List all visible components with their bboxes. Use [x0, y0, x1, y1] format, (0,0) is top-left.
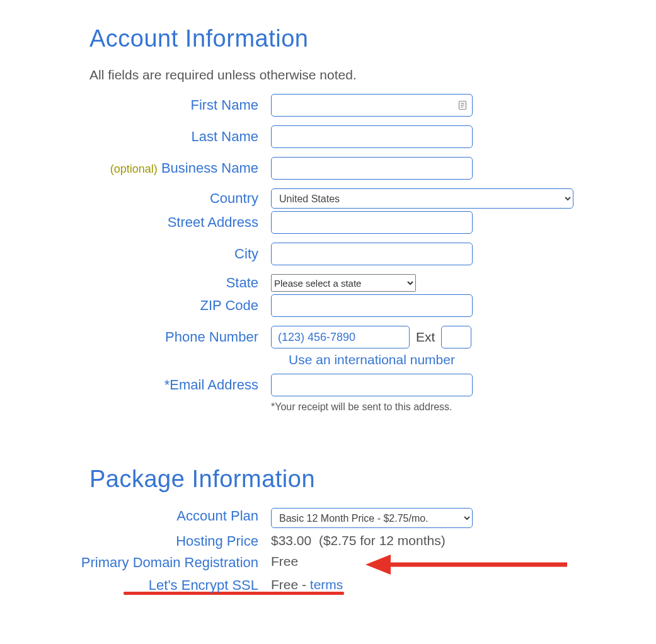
email-input[interactable] [271, 374, 473, 396]
annotation-arrow-icon [365, 552, 567, 577]
business-name-label: Business Name [161, 160, 258, 176]
phone-label: Phone Number [32, 330, 271, 345]
email-label: *Email Address [32, 377, 271, 393]
lets-encrypt-ssl-label: Let's Encrypt SSL [32, 577, 271, 593]
zip-input[interactable] [271, 294, 473, 317]
account-plan-label: Account Plan [32, 508, 271, 524]
svg-marker-5 [365, 555, 391, 575]
street-address-input[interactable] [271, 211, 473, 234]
state-label: State [32, 275, 271, 290]
hosting-price-value: $33.00 ($2.75 for 12 months) [271, 533, 446, 548]
city-label: City [32, 246, 271, 262]
hosting-price-label: Hosting Price [32, 533, 271, 549]
ext-label: Ext [416, 330, 435, 345]
account-info-heading: Account Information [32, 25, 624, 52]
package-info-heading: Package Information [32, 466, 624, 493]
last-name-label: Last Name [32, 129, 271, 144]
state-select[interactable]: Please select a state [271, 274, 416, 292]
first-name-label: First Name [32, 98, 271, 113]
ext-input[interactable] [441, 326, 471, 348]
ssl-terms-link[interactable]: terms [310, 577, 343, 592]
receipt-note: *Your receipt will be sent to this addre… [271, 401, 452, 413]
primary-domain-registration-value: Free [271, 554, 298, 569]
phone-input[interactable] [271, 326, 410, 348]
country-label: Country [32, 191, 271, 206]
last-name-input[interactable] [271, 125, 473, 148]
city-input[interactable] [271, 243, 473, 265]
first-name-input[interactable] [271, 94, 473, 117]
optional-tag: (optional) [110, 163, 158, 175]
primary-domain-registration-label: Primary Domain Registration [32, 554, 271, 572]
zip-label: ZIP Code [32, 298, 271, 313]
intl-number-link[interactable]: Use an international number [289, 352, 455, 367]
business-name-input[interactable] [271, 157, 473, 180]
account-plan-select[interactable]: Basic 12 Month Price - $2.75/mo. [271, 508, 473, 528]
country-select[interactable]: United States [271, 188, 573, 209]
street-address-label: Street Address [32, 215, 271, 230]
lets-encrypt-ssl-value: Free - terms [271, 577, 343, 592]
required-fields-note: All fields are required unless otherwise… [32, 67, 624, 83]
